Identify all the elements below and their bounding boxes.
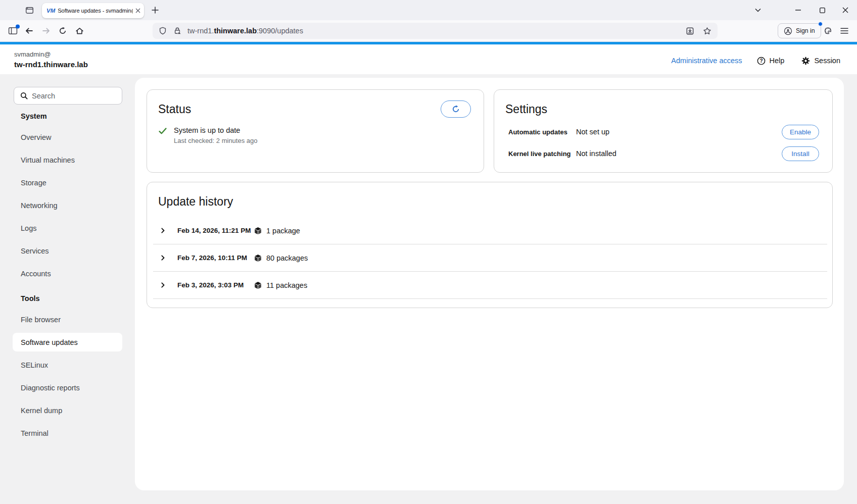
- tab-list-chevron-icon[interactable]: [750, 0, 766, 20]
- install-button[interactable]: Install: [782, 146, 819, 161]
- signin-label: Sign in: [796, 27, 815, 34]
- tab-close-icon[interactable]: [135, 8, 140, 13]
- reload-button[interactable]: [59, 27, 67, 35]
- package-icon: [254, 254, 262, 262]
- save-page-icon[interactable]: [686, 27, 694, 35]
- sidebar-toggle-icon[interactable]: [8, 27, 18, 35]
- history-packages: 1 package: [254, 227, 300, 235]
- tab-title: Software updates - svmadmin@: [58, 8, 133, 14]
- history-row[interactable]: Feb 3, 2026, 3:03 PM 11 packages: [153, 272, 827, 299]
- window-close-button[interactable]: [838, 0, 853, 20]
- administrative-access-link[interactable]: Administrative access: [671, 57, 742, 65]
- nav-section-tools: Tools: [0, 289, 135, 308]
- status-last-checked: Last checked: 2 minutes ago: [174, 137, 258, 144]
- extensions-icon[interactable]: [824, 27, 832, 35]
- sidebar-item-logs[interactable]: Logs: [0, 217, 135, 239]
- setting-label: Automatic updates: [508, 128, 576, 136]
- sidebar-item-diagnostic-reports[interactable]: Diagnostic reports: [0, 376, 135, 399]
- help-label: Help: [770, 57, 785, 65]
- search-placeholder: Search: [32, 92, 55, 100]
- sidebar-nav: System Overview Virtual machines Storage…: [0, 107, 135, 444]
- setting-value: Not installed: [576, 149, 616, 158]
- browser-tab-bar: VM Software updates - svmadmin@: [0, 0, 857, 20]
- back-button[interactable]: [25, 27, 33, 35]
- status-row: System is up to date Last checked: 2 min…: [159, 126, 258, 144]
- chevron-right-icon[interactable]: [160, 282, 166, 288]
- status-message: System is up to date: [174, 126, 258, 134]
- notification-dot: [16, 25, 20, 29]
- package-icon: [254, 227, 262, 235]
- nav-section-system: System: [0, 107, 135, 126]
- sidebar-item-file-browser[interactable]: File browser: [0, 308, 135, 331]
- signin-button[interactable]: Sign in: [778, 23, 821, 38]
- enable-button[interactable]: Enable: [782, 125, 819, 139]
- sidebar-item-services[interactable]: Services: [0, 239, 135, 262]
- chevron-right-icon[interactable]: [160, 255, 166, 261]
- sidebar-item-networking[interactable]: Networking: [0, 194, 135, 217]
- setting-label: Kernel live patching: [508, 150, 576, 158]
- help-menu[interactable]: ? Help: [757, 57, 785, 65]
- history-date: Feb 14, 2026, 11:21 PM: [177, 227, 254, 234]
- sidebar-item-storage[interactable]: Storage: [0, 171, 135, 194]
- update-history-card: Update history Feb 14, 2026, 11:21 PM 1 …: [147, 182, 833, 308]
- sidebar-item-overview[interactable]: Overview: [0, 126, 135, 148]
- menu-hamburger-icon[interactable]: [840, 27, 848, 34]
- history-date: Feb 7, 2026, 10:11 PM: [177, 254, 254, 262]
- lock-warning-icon[interactable]: [173, 27, 181, 35]
- sidebar-item-kernel-dump[interactable]: Kernel dump: [0, 399, 135, 422]
- host-identity: svmadmin@ tw-rnd1.thinware.lab: [14, 51, 88, 69]
- forward-button[interactable]: [42, 27, 51, 35]
- refresh-button[interactable]: [441, 100, 471, 118]
- session-menu[interactable]: Session: [801, 57, 840, 65]
- status-card: Status System is up to date Last checked…: [147, 89, 484, 173]
- chevron-right-icon[interactable]: [160, 228, 166, 233]
- history-packages: 80 packages: [254, 254, 308, 262]
- app-masthead: svmadmin@ tw-rnd1.thinware.lab Administr…: [0, 44, 857, 74]
- setting-row-automatic-updates: Automatic updates Not set up Enable: [508, 124, 819, 139]
- browser-tab[interactable]: VM Software updates - svmadmin@: [42, 3, 144, 18]
- session-label: Session: [814, 57, 840, 65]
- account-icon: [784, 27, 792, 35]
- package-icon: [254, 281, 262, 289]
- status-card-title: Status: [158, 103, 191, 116]
- url-text: tw-rnd1.thinware.lab:9090/updates: [187, 27, 303, 35]
- masthead-actions: Administrative access ? Help Session: [671, 44, 840, 74]
- signin-notification-dot: [818, 22, 823, 26]
- settings-card-title: Settings: [505, 103, 547, 116]
- masthead-username: svmadmin@: [14, 51, 88, 58]
- main-panel: Status System is up to date Last checked…: [135, 78, 844, 490]
- sidebar-item-software-updates[interactable]: Software updates: [13, 333, 122, 351]
- history-rows: Feb 14, 2026, 11:21 PM 1 package Feb 7, …: [153, 217, 827, 299]
- sidebar-item-accounts[interactable]: Accounts: [0, 262, 135, 285]
- sidebar-item-selinux[interactable]: SELinux: [0, 354, 135, 376]
- history-row[interactable]: Feb 7, 2026, 10:11 PM 80 packages: [153, 244, 827, 272]
- firefox-view-icon[interactable]: [25, 6, 34, 15]
- sidebar-item-terminal[interactable]: Terminal: [0, 422, 135, 444]
- question-circle-icon: ?: [757, 57, 766, 65]
- browser-toolbar: tw-rnd1.thinware.lab:9090/updates Sign i…: [0, 20, 857, 42]
- window-maximize-button[interactable]: [815, 0, 830, 20]
- history-date: Feb 3, 2026, 3:03 PM: [177, 281, 254, 289]
- tab-favicon: VM: [46, 8, 55, 14]
- setting-row-kernel-live-patching: Kernel live patching Not installed Insta…: [508, 146, 819, 161]
- bookmark-star-icon[interactable]: [703, 27, 711, 35]
- history-packages: 11 packages: [254, 281, 307, 289]
- check-icon: [159, 128, 167, 134]
- search-input[interactable]: Search: [14, 87, 122, 105]
- svg-text:?: ?: [759, 58, 763, 63]
- app-content: Search System Overview Virtual machines …: [0, 74, 857, 504]
- setting-value: Not set up: [576, 128, 609, 136]
- search-icon: [20, 92, 28, 99]
- masthead-hostname: tw-rnd1.thinware.lab: [14, 60, 88, 69]
- address-bar[interactable]: tw-rnd1.thinware.lab:9090/updates: [153, 23, 718, 39]
- home-button[interactable]: [75, 27, 84, 35]
- gear-icon: [801, 57, 810, 65]
- sidebar: Search System Overview Virtual machines …: [0, 74, 135, 504]
- new-tab-button[interactable]: [152, 7, 159, 14]
- sidebar-item-virtual-machines[interactable]: Virtual machines: [0, 148, 135, 171]
- window-minimize-button[interactable]: [790, 0, 805, 20]
- shield-icon[interactable]: [159, 27, 167, 35]
- history-row[interactable]: Feb 14, 2026, 11:21 PM 1 package: [153, 217, 827, 244]
- history-card-title: Update history: [158, 195, 233, 209]
- settings-card: Settings Automatic updates Not set up En…: [494, 89, 833, 173]
